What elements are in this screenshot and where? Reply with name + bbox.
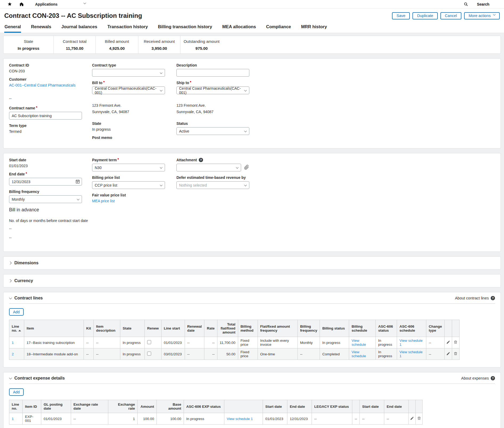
calendar-icon[interactable] (76, 179, 80, 184)
col-line-start[interactable]: Line start (161, 320, 185, 337)
col-legacy-end-date[interactable]: End date (384, 400, 409, 413)
view-schedule-1-link[interactable]: View schedule 1 (227, 417, 253, 421)
col-asc606-schedule[interactable]: ASC-606 schedule (397, 320, 426, 337)
dimensions-section[interactable]: Dimensions (3, 256, 501, 270)
tab-renewals[interactable]: Renewals (31, 22, 51, 33)
add-contract-line-button[interactable]: Add (9, 308, 24, 316)
mea-price-list-link[interactable]: MEA price list (92, 199, 115, 203)
col-billing-schedule[interactable]: Billing schedule (349, 320, 376, 337)
col-amount[interactable]: Amount (138, 400, 157, 413)
view-schedule-link[interactable]: View schedule (352, 339, 366, 347)
col-base-amount[interactable]: Base amount (157, 400, 184, 413)
paperclip-icon[interactable] (244, 165, 249, 171)
cell-billing-frequency: -- (298, 348, 320, 360)
tab-mrr-history[interactable]: MRR history (301, 22, 327, 33)
chevron-down-icon[interactable] (9, 296, 12, 299)
delete-row-button[interactable] (452, 337, 459, 348)
chevron-down-icon (77, 197, 80, 200)
col-total-flat-fixed-amount[interactable]: Total flat/fixed amount (217, 320, 238, 337)
cell-flat-fixed-amount-frequency: One-time (258, 348, 298, 360)
delete-row-button[interactable] (452, 348, 459, 360)
view-schedule-1-link[interactable]: View schedule 1 (399, 350, 423, 358)
col-flat-fixed-amount-frequency[interactable]: Flat/fixed amount frequency (258, 320, 298, 337)
chevron-down-icon[interactable] (9, 376, 12, 379)
col-exchange-rate[interactable]: Exchange rate (108, 400, 138, 413)
attachment-select[interactable] (176, 164, 241, 171)
col-asc606-status[interactable]: ASC-606 status (376, 320, 397, 337)
tab-mea-allocations[interactable]: MEA allocations (222, 22, 256, 33)
col-rate[interactable]: Rate (204, 320, 217, 337)
search-button[interactable]: Search (464, 2, 489, 6)
description-input[interactable] (176, 69, 249, 77)
col-legacy-exp-status[interactable]: LEGACY EXP status (312, 400, 352, 413)
billing-price-list-field: Billing price list CCP price list (92, 175, 176, 189)
customer-link[interactable]: AC-001--Central Coast Pharmaceuticals (9, 83, 76, 87)
tab-billing-transaction-history[interactable]: Billing transaction history (158, 22, 213, 33)
applications-menu[interactable]: Applications (35, 2, 86, 6)
col-state[interactable]: State (120, 320, 145, 337)
cell-end-date: 12/31/2023 (287, 413, 312, 425)
col-renewal-date[interactable]: Renewal date (185, 320, 204, 337)
col-item-id[interactable]: Item ID (23, 400, 41, 413)
contract-lines-title: Contract lines (14, 296, 43, 301)
col-delete (452, 320, 459, 337)
ship-to-select[interactable]: Central Coast Pharmaceuticals(CAC-001) (176, 87, 249, 94)
defer-revenue-select[interactable]: Nothing selected (176, 181, 249, 189)
edit-row-button[interactable] (444, 348, 452, 360)
about-contract-lines[interactable]: About contract lines (455, 296, 495, 300)
col-exchange-rate-date[interactable]: Exchange rate date (71, 400, 108, 413)
edit-row-button[interactable] (409, 413, 416, 425)
status-select[interactable]: Active (176, 127, 249, 135)
billing-price-list-select[interactable]: CCP price list (92, 181, 165, 189)
line-no-link[interactable]: 1 (12, 417, 14, 421)
col-billing-frequency[interactable]: Billing frequency (298, 320, 320, 337)
renew-checkbox[interactable] (147, 352, 151, 356)
col-item[interactable]: Item (24, 320, 84, 337)
currency-section[interactable]: Currency (3, 274, 501, 287)
tab-journal-balances[interactable]: Journal balances (61, 22, 98, 33)
col-item-description[interactable]: Item description (94, 320, 120, 337)
add-expense-button[interactable]: Add (9, 388, 24, 396)
contract-name-input[interactable] (9, 112, 82, 120)
col-billing-status[interactable]: Billing status (320, 320, 349, 337)
col-billing-method[interactable]: Billing method (238, 320, 258, 337)
view-schedule-link[interactable]: View schedule (352, 350, 366, 358)
bill-to-select[interactable]: Central Coast Pharmaceuticals(CAC-001) (92, 87, 165, 94)
line-no-link[interactable]: 2 (12, 352, 14, 356)
save-button[interactable]: Save (392, 12, 410, 19)
duplicate-button[interactable]: Duplicate (412, 12, 437, 19)
col-end-date[interactable]: End date (287, 400, 312, 413)
search-icon (464, 2, 468, 6)
col-renew[interactable]: Renew (145, 320, 162, 337)
line-no-link[interactable]: 1 (12, 341, 14, 345)
col-change-type[interactable]: Change type (426, 320, 445, 337)
home-icon[interactable] (19, 2, 24, 7)
edit-row-button[interactable] (444, 337, 452, 348)
col-line-no[interactable]: Line no. (9, 400, 23, 413)
general-col-2: Contract type Bill to Central Coast Phar… (92, 63, 176, 141)
more-actions-button[interactable]: More actions (464, 12, 500, 19)
col-asc606-exp-status[interactable]: ASC-606 EXP status (184, 400, 224, 413)
tab-general[interactable]: General (4, 22, 21, 33)
tab-transaction-history[interactable]: Transaction history (107, 22, 148, 33)
col-gl-posting-date[interactable]: GL posting date (41, 400, 71, 413)
about-expenses[interactable]: About expenses (461, 376, 495, 380)
contract-type-select[interactable] (92, 69, 165, 77)
col-line-no[interactable]: Line no. (9, 320, 24, 337)
billing-frequency-select[interactable]: Monthly (9, 195, 82, 203)
delete-row-button[interactable] (416, 413, 423, 425)
favorites-star-icon[interactable] (7, 2, 12, 6)
col-legacy-start-date[interactable]: Start date (360, 400, 384, 413)
tab-compliance[interactable]: Compliance (266, 22, 291, 33)
col-kit[interactable]: Kit (84, 320, 94, 337)
help-icon[interactable] (199, 158, 203, 162)
view-schedule-1-link[interactable]: View schedule 1 (399, 339, 423, 347)
cancel-button[interactable]: Cancel (440, 12, 461, 19)
payment-term-select[interactable]: N30 (92, 164, 165, 171)
end-date-input[interactable] (9, 178, 82, 186)
cell-change-type: -- (426, 337, 445, 348)
contract-expense-header: Contract expense details About expenses (9, 376, 495, 384)
bill-to-value: Central Coast Pharmaceuticals(CAC-001) (95, 86, 158, 95)
renew-checkbox[interactable] (147, 340, 151, 344)
col-start-date[interactable]: Start date (263, 400, 287, 413)
